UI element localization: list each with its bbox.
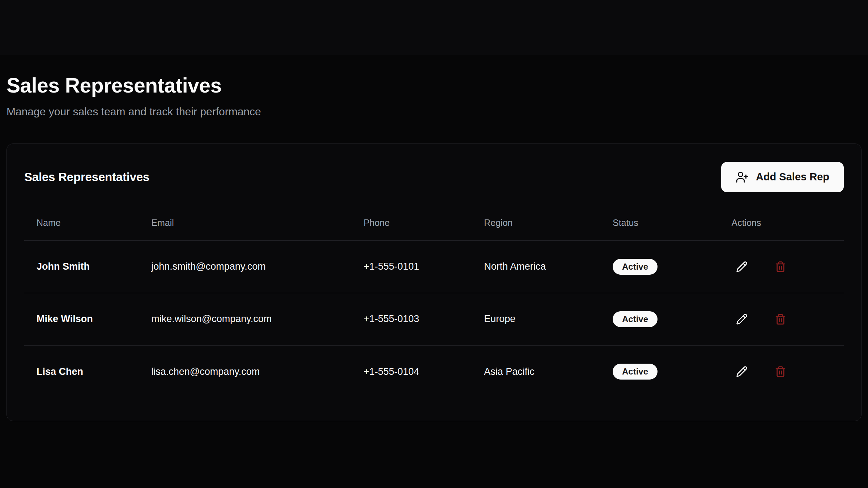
page-title: Sales Representatives [7, 74, 861, 97]
sales-reps-table: Name Email Phone Region Status Actions J… [24, 203, 844, 398]
table-header-row: Name Email Phone Region Status Actions [24, 203, 844, 241]
delete-button[interactable] [770, 257, 791, 277]
main-content: Sales Representatives Manage your sales … [0, 55, 868, 421]
cell-status: Active [600, 293, 719, 345]
delete-button[interactable] [770, 361, 791, 382]
cell-region: Europe [472, 293, 600, 345]
column-header-region: Region [472, 203, 600, 241]
table-row: John Smith john.smith@company.com +1-555… [24, 240, 844, 293]
cell-name: Mike Wilson [24, 293, 139, 345]
table-row: Mike Wilson mike.wilson@company.com +1-5… [24, 293, 844, 345]
column-header-email: Email [139, 203, 351, 241]
cell-status: Active [600, 345, 719, 398]
column-header-name: Name [24, 203, 139, 241]
cell-status: Active [600, 240, 719, 293]
pencil-icon [736, 261, 748, 273]
trash-icon [775, 313, 786, 325]
pencil-icon [736, 313, 748, 325]
trash-icon [775, 366, 786, 377]
column-header-phone: Phone [351, 203, 472, 241]
cell-email: john.smith@company.com [139, 240, 351, 293]
table-row: Lisa Chen lisa.chen@company.com +1-555-0… [24, 345, 844, 398]
card-header: Sales Representatives Add Sales Rep [24, 161, 844, 193]
cell-region: North America [472, 240, 600, 293]
page-subtitle: Manage your sales team and track their p… [7, 105, 861, 118]
cell-actions [719, 240, 844, 293]
cell-phone: +1-555-0103 [351, 293, 472, 345]
status-badge: Active [613, 364, 658, 380]
user-plus-icon [736, 171, 749, 184]
cell-name: Lisa Chen [24, 345, 139, 398]
sales-reps-card: Sales Representatives Add Sales Rep [7, 144, 861, 421]
column-header-status: Status [600, 203, 719, 241]
cell-region: Asia Pacific [472, 345, 600, 398]
cell-email: lisa.chen@company.com [139, 345, 351, 398]
status-badge: Active [613, 311, 658, 327]
status-badge: Active [613, 259, 658, 275]
cell-actions [719, 345, 844, 398]
pencil-icon [736, 366, 748, 377]
add-sales-rep-button[interactable]: Add Sales Rep [721, 162, 844, 192]
cell-phone: +1-555-0101 [351, 240, 472, 293]
column-header-actions: Actions [719, 203, 844, 241]
add-sales-rep-label: Add Sales Rep [756, 171, 829, 183]
trash-icon [775, 261, 786, 273]
card-title: Sales Representatives [24, 170, 149, 184]
edit-button[interactable] [732, 361, 752, 382]
delete-button[interactable] [770, 309, 791, 329]
cell-name: John Smith [24, 240, 139, 293]
edit-button[interactable] [732, 257, 752, 277]
top-header-band [0, 0, 868, 55]
edit-button[interactable] [732, 309, 752, 329]
cell-actions [719, 293, 844, 345]
cell-phone: +1-555-0104 [351, 345, 472, 398]
cell-email: mike.wilson@company.com [139, 293, 351, 345]
